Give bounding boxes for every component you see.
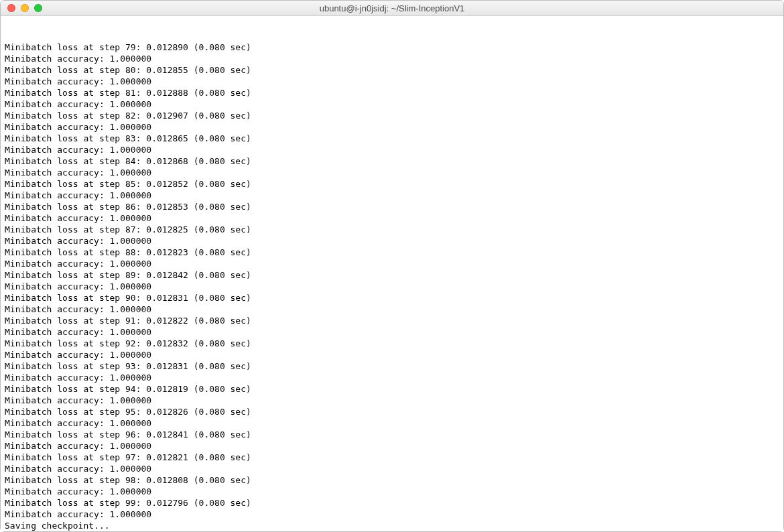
terminal-line: Minibatch loss at step 89: 0.012842 (0.0…: [5, 269, 779, 281]
terminal-line: Minibatch loss at step 81: 0.012888 (0.0…: [5, 87, 779, 98]
minimize-icon[interactable]: [21, 4, 29, 12]
terminal-line: Minibatch accuracy: 1.000000: [5, 463, 779, 474]
terminal-line: Minibatch accuracy: 1.000000: [5, 417, 779, 429]
terminal-line: Minibatch loss at step 80: 0.012855 (0.0…: [5, 64, 779, 76]
terminal-line: Minibatch loss at step 99: 0.012796 (0.0…: [5, 497, 779, 509]
terminal-line: Minibatch accuracy: 1.000000: [5, 440, 779, 452]
terminal-output[interactable]: Minibatch loss at step 79: 0.012890 (0.0…: [1, 16, 783, 531]
terminal-line: Minibatch loss at step 95: 0.012826 (0.0…: [5, 406, 779, 417]
terminal-line: Minibatch accuracy: 1.000000: [5, 326, 779, 338]
terminal-line: Minibatch loss at step 84: 0.012868 (0.0…: [5, 155, 779, 167]
terminal-line: Minibatch loss at step 87: 0.012825 (0.0…: [5, 224, 779, 235]
titlebar: ubuntu@i-jn0jsidj: ~/Slim-InceptionV1: [1, 1, 783, 16]
terminal-line: Minibatch loss at step 96: 0.012841 (0.0…: [5, 429, 779, 440]
terminal-line: Minibatch accuracy: 1.000000: [5, 349, 779, 360]
terminal-line: Minibatch accuracy: 1.000000: [5, 304, 779, 315]
terminal-line: Minibatch loss at step 86: 0.012853 (0.0…: [5, 201, 779, 212]
terminal-line: Minibatch loss at step 97: 0.012821 (0.0…: [5, 452, 779, 463]
terminal-window: ubuntu@i-jn0jsidj: ~/Slim-InceptionV1 Mi…: [0, 0, 784, 532]
window-title: ubuntu@i-jn0jsidj: ~/Slim-InceptionV1: [1, 3, 783, 13]
close-icon[interactable]: [7, 4, 15, 12]
terminal-line: Minibatch loss at step 90: 0.012831 (0.0…: [5, 292, 779, 304]
terminal-line: Minibatch loss at step 83: 0.012865 (0.0…: [5, 133, 779, 144]
terminal-line: Minibatch loss at step 82: 0.012907 (0.0…: [5, 110, 779, 121]
terminal-line: Saving checkpoint...: [5, 520, 779, 531]
terminal-line: Minibatch accuracy: 1.000000: [5, 144, 779, 155]
terminal-lines: Minibatch loss at step 79: 0.012890 (0.0…: [5, 42, 779, 531]
terminal-line: Minibatch accuracy: 1.000000: [5, 281, 779, 292]
terminal-line: Minibatch accuracy: 1.000000: [5, 53, 779, 64]
terminal-line: Minibatch accuracy: 1.000000: [5, 395, 779, 406]
terminal-line: Minibatch loss at step 98: 0.012808 (0.0…: [5, 474, 779, 486]
terminal-line: Minibatch accuracy: 1.000000: [5, 167, 779, 178]
terminal-line: Minibatch accuracy: 1.000000: [5, 258, 779, 269]
terminal-line: Minibatch accuracy: 1.000000: [5, 235, 779, 247]
terminal-line: Minibatch accuracy: 1.000000: [5, 486, 779, 497]
terminal-line: Minibatch accuracy: 1.000000: [5, 121, 779, 133]
terminal-line: Minibatch accuracy: 1.000000: [5, 509, 779, 520]
traffic-lights: [1, 4, 42, 12]
terminal-line: Minibatch accuracy: 1.000000: [5, 212, 779, 224]
zoom-icon[interactable]: [34, 4, 42, 12]
terminal-line: Minibatch accuracy: 1.000000: [5, 76, 779, 87]
terminal-line: Minibatch accuracy: 1.000000: [5, 372, 779, 383]
terminal-line: Minibatch accuracy: 1.000000: [5, 190, 779, 201]
terminal-line: Minibatch accuracy: 1.000000: [5, 98, 779, 110]
terminal-line: Minibatch loss at step 88: 0.012823 (0.0…: [5, 247, 779, 258]
terminal-line: Minibatch loss at step 85: 0.012852 (0.0…: [5, 178, 779, 190]
terminal-line: Minibatch loss at step 79: 0.012890 (0.0…: [5, 42, 779, 53]
terminal-line: Minibatch loss at step 94: 0.012819 (0.0…: [5, 383, 779, 395]
terminal-line: Minibatch loss at step 92: 0.012832 (0.0…: [5, 338, 779, 349]
terminal-line: Minibatch loss at step 91: 0.012822 (0.0…: [5, 315, 779, 326]
terminal-line: Minibatch loss at step 93: 0.012831 (0.0…: [5, 360, 779, 372]
